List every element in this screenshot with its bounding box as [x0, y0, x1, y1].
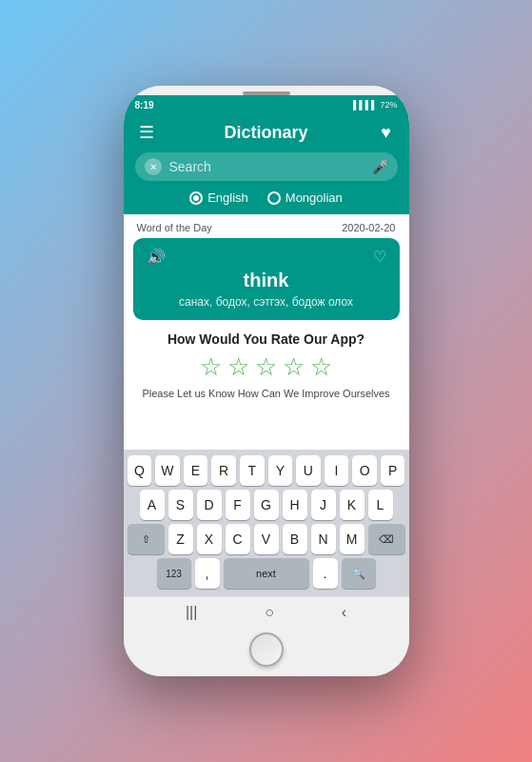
key-v[interactable]: V: [254, 524, 279, 554]
key-a[interactable]: A: [140, 490, 165, 520]
key-c[interactable]: C: [226, 524, 250, 554]
key-n[interactable]: N: [311, 524, 336, 554]
home-button[interactable]: [249, 632, 284, 667]
key-comma[interactable]: ,: [195, 558, 220, 589]
rating-section: How Would You Rate Our App? ☆ ☆ ☆ ☆ ☆ Pl…: [124, 320, 409, 412]
search-clear-button[interactable]: ✕: [145, 158, 162, 175]
keyboard-row-3: ⇧ Z X C V B N M ⌫: [128, 524, 405, 554]
favorites-icon[interactable]: ♥: [375, 123, 398, 143]
key-p[interactable]: P: [381, 455, 405, 486]
word-card-top: 🔊 ♡: [147, 248, 386, 266]
word-of-day-date: 2020-02-20: [342, 222, 395, 233]
key-shift[interactable]: ⇧: [128, 524, 165, 554]
status-bar: 8:19 ▌▌▌▌ 72%: [124, 95, 409, 114]
stars-row[interactable]: ☆ ☆ ☆ ☆ ☆: [137, 354, 396, 379]
key-y[interactable]: Y: [268, 455, 293, 486]
nav-bar: ||| ○ ‹: [124, 596, 409, 627]
content-area: Word of the Day 2020-02-20 🔊 ♡ think сан…: [124, 214, 409, 450]
star-1[interactable]: ☆: [200, 354, 222, 379]
home-button-wrap: [124, 627, 409, 676]
key-m[interactable]: M: [340, 524, 365, 554]
key-next[interactable]: next: [224, 558, 309, 589]
radio-english: [189, 191, 203, 205]
key-delete[interactable]: ⌫: [368, 524, 405, 554]
status-time: 8:19: [135, 100, 154, 110]
key-s[interactable]: S: [168, 490, 193, 520]
key-period[interactable]: .: [313, 558, 338, 589]
key-i[interactable]: I: [325, 455, 349, 486]
key-t[interactable]: T: [240, 455, 265, 486]
phone-top-bar: [124, 86, 409, 95]
language-mongolian[interactable]: Mongolian: [267, 190, 343, 205]
keyboard: Q W E R T Y U I O P A S D F G H J K L ⇧ …: [124, 450, 409, 596]
battery-indicator: 72%: [380, 100, 397, 110]
language-selector: English Mongolian: [124, 190, 409, 214]
word-card: 🔊 ♡ think санах, бодох, сэтгэх, бодож ол…: [133, 238, 400, 320]
radio-mongolian: [267, 191, 281, 205]
app-header: ☰ Dictionary ♥: [124, 114, 409, 152]
key-u[interactable]: U: [296, 455, 321, 486]
star-3[interactable]: ☆: [255, 354, 277, 379]
search-input[interactable]: Search: [169, 159, 365, 174]
key-h[interactable]: H: [283, 490, 307, 520]
key-f[interactable]: F: [226, 490, 250, 520]
menu-icon[interactable]: ☰: [135, 122, 158, 143]
star-5[interactable]: ☆: [310, 354, 332, 379]
speaker-icon[interactable]: 🔊: [147, 248, 166, 266]
rating-subtitle: Please Let us Know How Can We Improve Ou…: [137, 387, 396, 401]
star-2[interactable]: ☆: [227, 354, 249, 379]
key-x[interactable]: X: [197, 524, 222, 554]
key-d[interactable]: D: [197, 490, 222, 520]
key-l[interactable]: L: [368, 490, 393, 520]
nav-recent-icon[interactable]: |||: [186, 604, 197, 621]
key-w[interactable]: W: [155, 455, 180, 486]
keyboard-row-4: 123 , next . 🔍: [128, 558, 405, 589]
word-text: think: [147, 270, 386, 291]
search-bar-area: ✕ Search 🎤: [124, 152, 409, 190]
word-of-day-label: Word of the Day: [137, 222, 212, 233]
nav-back-icon[interactable]: ‹: [342, 604, 346, 621]
status-icons: ▌▌▌▌ 72%: [353, 100, 398, 110]
key-r[interactable]: R: [211, 455, 236, 486]
mic-icon[interactable]: 🎤: [372, 159, 388, 174]
keyboard-row-1: Q W E R T Y U I O P: [128, 455, 405, 486]
search-input-wrap[interactable]: ✕ Search 🎤: [135, 152, 398, 181]
word-translation: санах, бодох, сэтгэх, бодож олох: [147, 295, 386, 309]
word-of-day-header: Word of the Day 2020-02-20: [124, 214, 409, 238]
signal-icon: ▌▌▌▌: [353, 100, 378, 110]
word-favorite-icon[interactable]: ♡: [373, 248, 386, 266]
phone-frame: 8:19 ▌▌▌▌ 72% ☰ Dictionary ♥ ✕ Search 🎤 …: [124, 86, 409, 676]
rating-title: How Would You Rate Our App?: [137, 331, 396, 347]
key-b[interactable]: B: [283, 524, 307, 554]
star-4[interactable]: ☆: [283, 354, 305, 379]
app-title: Dictionary: [158, 123, 375, 143]
key-123[interactable]: 123: [157, 558, 191, 589]
key-search[interactable]: 🔍: [342, 558, 376, 589]
language-english[interactable]: English: [189, 190, 248, 205]
keyboard-row-2: A S D F G H J K L: [128, 490, 405, 520]
key-q[interactable]: Q: [128, 455, 152, 486]
key-o[interactable]: O: [352, 455, 377, 486]
key-k[interactable]: K: [340, 490, 365, 520]
key-j[interactable]: J: [311, 490, 336, 520]
key-g[interactable]: G: [254, 490, 279, 520]
nav-home-icon[interactable]: ○: [265, 604, 274, 621]
key-e[interactable]: E: [184, 455, 208, 486]
key-z[interactable]: Z: [168, 524, 193, 554]
